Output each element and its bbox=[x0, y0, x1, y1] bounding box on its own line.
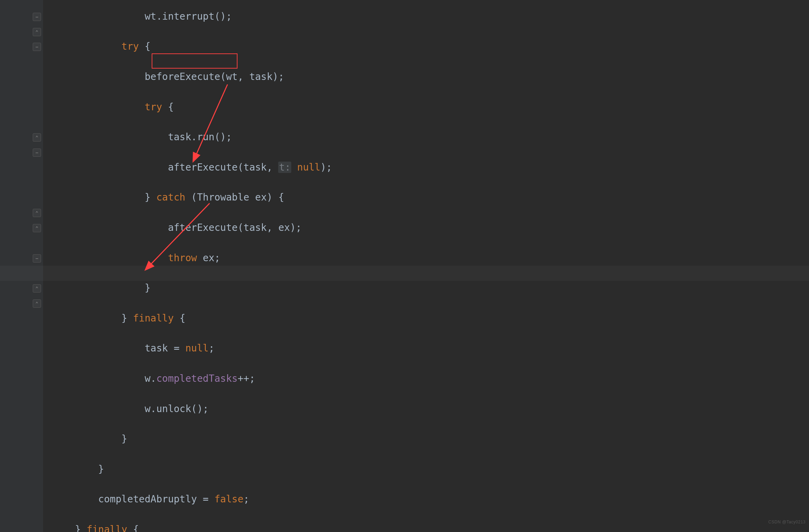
fold-icon[interactable]: − bbox=[33, 149, 41, 157]
code-line: w.completedTasks++; bbox=[52, 371, 332, 386]
code-line: beforeExecute(wt, task); bbox=[52, 69, 332, 84]
code-line: task = null; bbox=[52, 341, 332, 356]
code-line: throw ex; bbox=[52, 250, 332, 266]
code-line: try { bbox=[52, 39, 332, 54]
watermark: CSDN @Tacy0213 bbox=[768, 515, 806, 530]
code-line: } catch (Throwable ex) { bbox=[52, 190, 332, 205]
fold-icon[interactable]: ⌃ bbox=[33, 284, 41, 293]
code-line: } finally { bbox=[52, 311, 332, 326]
fold-icon[interactable]: ⌃ bbox=[33, 224, 41, 232]
code-text: wt.interrupt(); try { beforeExecute(wt, … bbox=[52, 0, 332, 532]
code-line: task.run(); bbox=[52, 130, 332, 145]
code-line: } bbox=[52, 431, 332, 447]
fold-icon[interactable]: − bbox=[33, 254, 41, 263]
code-line: completedAbruptly = false; bbox=[52, 492, 332, 507]
code-line: } bbox=[52, 280, 332, 296]
code-line: w.unlock(); bbox=[52, 401, 332, 417]
fold-icon[interactable]: ⌃ bbox=[33, 299, 41, 308]
fold-icon[interactable]: ⌃ bbox=[33, 133, 41, 142]
fold-icon[interactable]: ⌃ bbox=[33, 209, 41, 217]
code-line: } bbox=[52, 462, 332, 477]
code-line: try { bbox=[52, 100, 332, 115]
code-line: afterExecute(task, ex); bbox=[52, 220, 332, 235]
code-editor[interactable]: − ⌃ − ⌃ − ⌃ ⌃ − ⌃ ⌃ wt.interrupt(); try … bbox=[0, 0, 809, 532]
code-line: wt.interrupt(); bbox=[52, 9, 332, 24]
fold-icon[interactable]: − bbox=[33, 13, 41, 21]
code-line: afterExecute(task, t: null); bbox=[52, 160, 332, 175]
fold-icon[interactable]: − bbox=[33, 43, 41, 51]
fold-icon[interactable]: ⌃ bbox=[33, 28, 41, 36]
code-line: } finally { bbox=[52, 522, 332, 532]
